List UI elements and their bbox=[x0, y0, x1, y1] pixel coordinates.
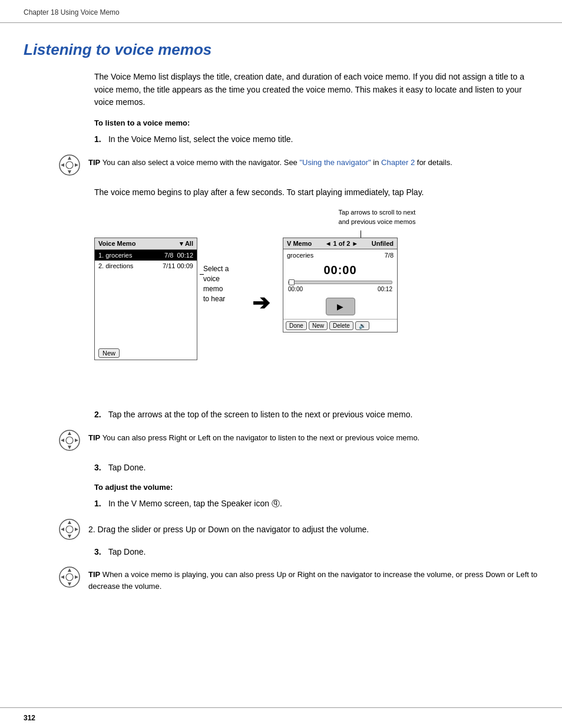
tip1-bold: TIP bbox=[88, 158, 100, 167]
header-text: Chapter 18 Using Voice Memo bbox=[24, 8, 120, 17]
tip1-end: for details. bbox=[417, 158, 452, 167]
vmemo-nav[interactable]: ◄ 1 of 2 ► bbox=[325, 240, 359, 247]
step3: 3. Tap Done. bbox=[94, 462, 538, 475]
select-label: Select avoicememoto hear bbox=[203, 264, 244, 304]
svg-marker-15 bbox=[68, 535, 71, 538]
diagram-area: Tap arrows to scroll to next and previou… bbox=[94, 208, 538, 391]
svg-marker-22 bbox=[61, 575, 64, 579]
tip2-block: TIP You can also press Right or Left on … bbox=[59, 430, 538, 451]
vm-list-filter[interactable]: ▾ All bbox=[180, 240, 193, 248]
svg-marker-3 bbox=[68, 170, 71, 174]
subsection2-label: To adjust the volume: bbox=[94, 483, 538, 492]
tip1-block: TIP You can also select a voice memo wit… bbox=[59, 154, 538, 176]
page-footer: 312 bbox=[0, 707, 562, 728]
vm-list: Voice Memo ▾ All 1. groceries 7/8 00:12 … bbox=[94, 238, 197, 360]
callout-label: Tap arrows to scroll to next and previou… bbox=[330, 208, 424, 226]
vmemo-time-end: 00:12 bbox=[378, 286, 392, 292]
step1: 1. In the Voice Memo list, select the vo… bbox=[94, 133, 538, 146]
vmemo-title-row: groceries 7/8 bbox=[283, 249, 397, 260]
vmemo-slider[interactable] bbox=[288, 281, 392, 284]
tip1-link1[interactable]: "Using the navigator" bbox=[299, 158, 371, 167]
sub2-step3: 3. Tap Done. bbox=[94, 546, 538, 559]
page-number: 312 bbox=[24, 714, 35, 722]
svg-point-13 bbox=[66, 526, 73, 533]
vmemo-slider-row bbox=[283, 279, 397, 285]
tip4-bold: TIP bbox=[88, 570, 100, 579]
svg-marker-23 bbox=[75, 575, 78, 579]
vmemo-speaker-btn[interactable]: 🔉 bbox=[355, 321, 369, 330]
vmemo-new-btn[interactable]: New bbox=[309, 321, 328, 330]
vmemo-times: 00:00 00:12 bbox=[283, 285, 397, 293]
tip1-link2[interactable]: Chapter 2 bbox=[381, 158, 415, 167]
vmemo-category: Unfiled bbox=[372, 240, 394, 247]
svg-marker-9 bbox=[68, 446, 71, 449]
svg-marker-4 bbox=[61, 163, 64, 167]
vmemo-header: V Memo ◄ 1 of 2 ► Unfiled bbox=[283, 238, 397, 249]
vmemo-time-display: 00:00 bbox=[283, 260, 397, 279]
vmemo-title: V Memo bbox=[287, 240, 312, 247]
chapter-title: Listening to voice memos bbox=[24, 41, 538, 59]
vmemo-slider-thumb[interactable] bbox=[289, 279, 295, 285]
svg-marker-10 bbox=[61, 439, 64, 442]
subsection1-label: To listen to a voice memo: bbox=[94, 118, 538, 127]
vmemo-delete-btn[interactable]: Delete bbox=[329, 321, 353, 330]
sub2-step2-text: 2. Drag the slider or press Up or Down o… bbox=[88, 519, 369, 536]
body2: The voice memo begins to play after a fe… bbox=[94, 186, 538, 199]
vm-list-header: Voice Memo ▾ All bbox=[95, 238, 197, 250]
vmemo-play-row: ▶ bbox=[283, 293, 397, 319]
navigator-icon-2 bbox=[59, 430, 80, 451]
svg-point-7 bbox=[66, 437, 73, 444]
svg-marker-20 bbox=[68, 568, 71, 572]
navigator-icon-3 bbox=[59, 519, 80, 540]
select-line bbox=[200, 274, 204, 275]
play-button[interactable]: ▶ bbox=[326, 298, 355, 315]
vm-row-2-name: 2. directions bbox=[98, 262, 133, 269]
tip4-block: TIP When a voice memo is playing, you ca… bbox=[59, 566, 538, 592]
tip4-content: When a voice memo is playing, you can al… bbox=[88, 570, 537, 591]
sub2-step1-text: In the V Memo screen, tap the Speaker ic… bbox=[108, 499, 282, 508]
step2-text: Tap the arrows at the top of the screen … bbox=[108, 410, 413, 419]
vmemo-done-btn[interactable]: Done bbox=[286, 321, 307, 330]
tip2-bold: TIP bbox=[88, 433, 100, 442]
vmemo-memo-name: groceries bbox=[287, 252, 313, 259]
svg-marker-11 bbox=[75, 439, 78, 442]
svg-marker-5 bbox=[75, 163, 78, 167]
right-arrow: ➔ bbox=[252, 291, 270, 315]
sub2-step1: 1. In the V Memo screen, tap the Speaker… bbox=[94, 498, 538, 510]
vm-row-2-date: 7/11 00:09 bbox=[163, 262, 193, 269]
navigator-icon bbox=[59, 154, 80, 176]
step2: 2. Tap the arrows at the top of the scre… bbox=[94, 409, 538, 421]
step3-text: Tap Done. bbox=[108, 463, 146, 472]
svg-marker-21 bbox=[68, 582, 71, 586]
vm-row-1[interactable]: 1. groceries 7/8 00:12 bbox=[95, 250, 197, 261]
svg-marker-2 bbox=[68, 156, 71, 160]
tip4-text: TIP When a voice memo is playing, you ca… bbox=[88, 566, 538, 592]
main-content: Listening to voice memos The Voice Memo … bbox=[0, 23, 562, 627]
intro-paragraph: The Voice Memo list displays the title, … bbox=[94, 71, 538, 109]
tip2-content: You can also press Right or Left on the … bbox=[103, 433, 420, 442]
tip1-text: TIP You can also select a voice memo wit… bbox=[88, 154, 452, 169]
navigator-icon-4 bbox=[59, 566, 80, 588]
sub2-step3-text: Tap Done. bbox=[108, 547, 146, 556]
svg-point-19 bbox=[66, 574, 73, 581]
vmemo-memo-date: 7/8 bbox=[385, 252, 394, 259]
svg-marker-17 bbox=[75, 528, 78, 531]
page-header: Chapter 18 Using Voice Memo bbox=[0, 0, 562, 23]
vm-row-1-date: 7/8 00:12 bbox=[164, 252, 193, 259]
vm-row-1-name: 1. groceries bbox=[98, 252, 132, 259]
svg-marker-14 bbox=[68, 521, 71, 524]
svg-point-1 bbox=[66, 162, 73, 169]
tip1-content: You can also select a voice memo with th… bbox=[103, 158, 300, 167]
vm-row-2[interactable]: 2. directions 7/11 00:09 bbox=[95, 261, 197, 271]
svg-marker-8 bbox=[68, 431, 71, 435]
tip2-text: TIP You can also press Right or Left on … bbox=[88, 430, 419, 444]
tip3-block: 2. Drag the slider or press Up or Down o… bbox=[59, 519, 538, 540]
tip1-mid: in bbox=[373, 158, 381, 167]
vmemo-footer: Done New Delete 🔉 bbox=[283, 319, 397, 332]
svg-marker-16 bbox=[61, 528, 64, 531]
vmemo-screen: V Memo ◄ 1 of 2 ► Unfiled groceries 7/8 … bbox=[283, 238, 398, 332]
vm-list-title: Voice Memo bbox=[98, 240, 135, 248]
step1-text: In the Voice Memo list, select the voice… bbox=[108, 134, 293, 144]
vm-list-footer: New bbox=[95, 347, 197, 360]
vm-new-btn[interactable]: New bbox=[98, 348, 120, 358]
